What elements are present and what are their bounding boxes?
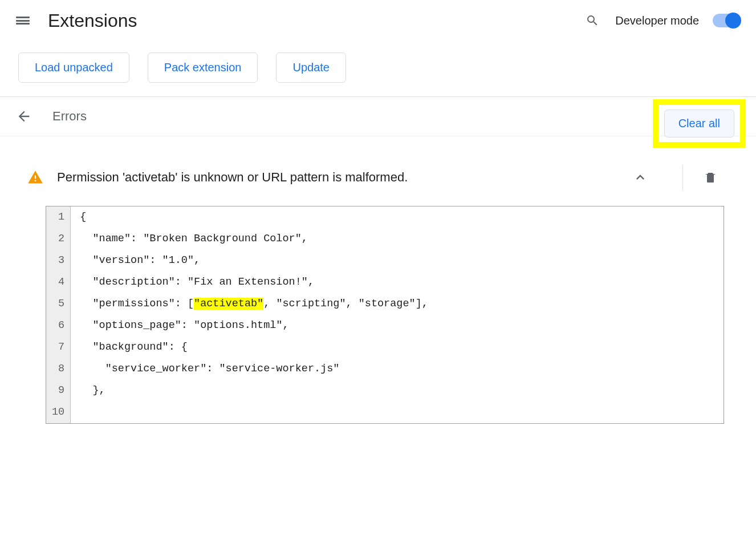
line-number-gutter: 12345678910 (46, 206, 71, 423)
line-number: 5 (52, 293, 64, 315)
back-arrow-icon[interactable] (16, 108, 32, 124)
code-line: "options_page": "options.html", (80, 315, 714, 337)
error-row[interactable]: Permission 'activetab' is unknown or URL… (16, 152, 740, 202)
app-header: Extensions Developer mode (0, 0, 756, 41)
search-icon[interactable] (586, 14, 599, 27)
errors-title: Errors (52, 109, 740, 124)
annotation-highlight: Clear all (653, 99, 746, 148)
code-line: "permissions": ["activetab", "scripting"… (80, 293, 714, 315)
pack-extension-button[interactable]: Pack extension (148, 52, 258, 83)
page-title: Extensions (48, 10, 586, 31)
code-line: "background": { (80, 337, 714, 358)
code-line: "description": "Fix an Extension!", (80, 272, 714, 293)
line-number: 8 (52, 358, 64, 380)
warning-icon (27, 169, 43, 185)
line-number: 10 (52, 402, 64, 423)
code-line: "name": "Broken Background Color", (80, 228, 714, 250)
error-section: Permission 'activetab' is unknown or URL… (16, 152, 740, 424)
trash-icon[interactable] (704, 171, 717, 184)
line-number: 6 (52, 315, 64, 337)
developer-mode-toggle[interactable] (713, 14, 740, 27)
code-line: }, (80, 380, 714, 402)
dev-toolbar: Load unpacked Pack extension Update (0, 41, 756, 97)
menu-icon[interactable] (16, 14, 30, 27)
error-message: Permission 'activetab' is unknown or URL… (57, 170, 632, 185)
clear-all-button[interactable]: Clear all (664, 110, 734, 137)
highlighted-token: "activetab" (194, 298, 263, 310)
code-line (80, 402, 714, 423)
line-number: 4 (52, 272, 64, 293)
divider (682, 165, 683, 190)
load-unpacked-button[interactable]: Load unpacked (18, 52, 129, 83)
code-line: "version": "1.0", (80, 250, 714, 272)
line-number: 2 (52, 228, 64, 250)
line-number: 9 (52, 380, 64, 402)
code-body: { "name": "Broken Background Color", "ve… (71, 206, 724, 423)
line-number: 1 (52, 206, 64, 228)
code-viewer: 12345678910 { "name": "Broken Background… (46, 206, 724, 424)
developer-mode-label: Developer mode (615, 14, 699, 27)
update-button[interactable]: Update (276, 52, 346, 83)
code-line: { (80, 206, 714, 228)
errors-header: Errors Clear all (0, 97, 756, 136)
line-number: 7 (52, 337, 64, 358)
code-line: "service_worker": "service-worker.js" (80, 358, 714, 380)
line-number: 3 (52, 250, 64, 272)
chevron-up-icon[interactable] (632, 169, 648, 185)
